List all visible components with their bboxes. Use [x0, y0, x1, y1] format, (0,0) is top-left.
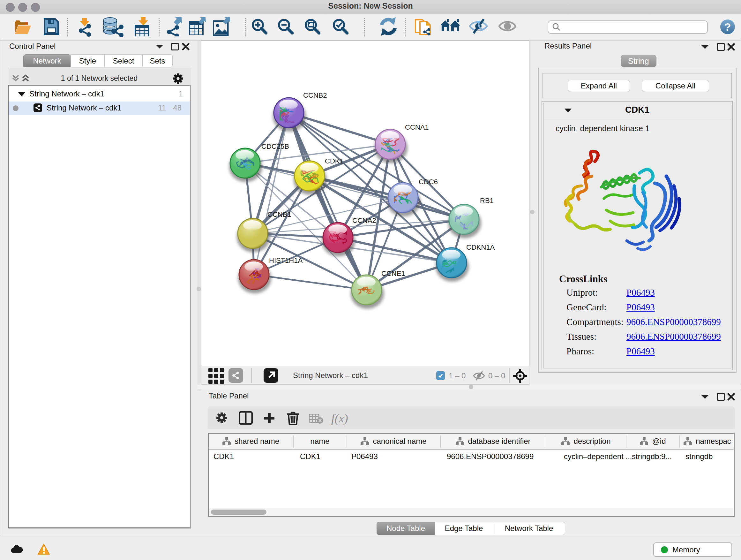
svg-text:CCNA1: CCNA1	[405, 123, 429, 131]
svg-text:CCNB2: CCNB2	[303, 91, 327, 99]
svg-text:CCNA2: CCNA2	[352, 216, 376, 225]
svg-text:CDC25B: CDC25B	[261, 142, 289, 150]
svg-text:CCNE1: CCNE1	[381, 269, 405, 277]
svg-text:CDK1: CDK1	[325, 157, 344, 165]
svg-text:HIST1H1A: HIST1H1A	[269, 256, 302, 264]
svg-text:CCNB1: CCNB1	[267, 210, 291, 219]
svg-text:CDKN1A: CDKN1A	[466, 243, 495, 251]
svg-text:RB1: RB1	[480, 197, 494, 205]
svg-text:CDC6: CDC6	[419, 178, 438, 186]
